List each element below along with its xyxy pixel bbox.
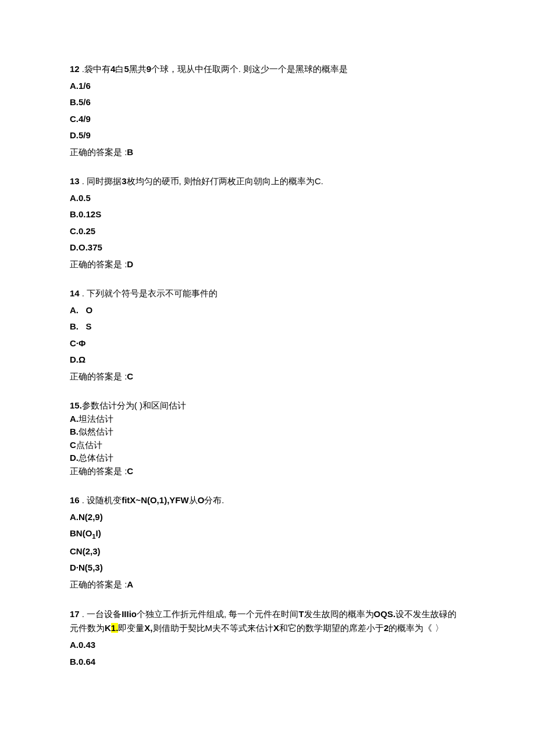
option-a: A. O	[70, 304, 465, 317]
question-text: 12 .袋中有4白5黑共9个球，现从中任取两个. 则这少一个是黑球的概率是	[70, 63, 465, 76]
question-15: 15.参数估计分为( )和区间估计 A.坦法估计 B.似然估计 C点估计 D.总…	[70, 399, 465, 478]
question-number: 17	[70, 609, 80, 619]
option-d: D∙N(5,3)	[70, 561, 465, 575]
answer-line: 正确的答案是 :D	[70, 258, 465, 271]
option-c: CN(2,3)	[70, 545, 465, 558]
question-text: 14 . 下列就个符号是衣示不可能事件的	[70, 287, 465, 300]
answer-value: B	[127, 147, 133, 157]
option-a: A.坦法估计	[70, 413, 465, 426]
answer-value: C	[127, 466, 133, 476]
question-text: 15.参数估计分为( )和区间估计	[70, 399, 465, 413]
option-a: A.1/6	[70, 80, 465, 93]
question-12: 12 .袋中有4白5黑共9个球，现从中任取两个. 则这少一个是黑球的概率是 A.…	[70, 63, 465, 159]
option-d: D.Ω	[70, 353, 465, 367]
highlight-text: 1.	[111, 623, 119, 633]
option-c: C.4/9	[70, 113, 465, 126]
question-text: 16 . 设随机变fitX~N(O,1),YFW从O分布.	[70, 494, 465, 507]
answer-line: 正确的答案是 :A	[70, 578, 465, 592]
question-17: 17 . 一台设备IIIio个独立工作折元件组成, 每一个元件在时间T发生故囘的…	[70, 607, 465, 668]
answer-value: C	[127, 371, 133, 381]
answer-line: 正确的答案是 :C	[70, 465, 465, 478]
question-text: 13 . 同时掷据3枚均匀的硬币, 则怡好仃两枚正向朝向上的概率为C.	[70, 175, 465, 188]
option-c: C点估计	[70, 439, 465, 452]
question-text: 17 . 一台设备IIIio个独立工作折元件组成, 每一个元件在时间T发生故囘的…	[70, 607, 465, 635]
answer-value: A	[127, 579, 133, 589]
question-14: 14 . 下列就个符号是衣示不可能事件的 A. O B. S C∙Φ D.Ω 正…	[70, 287, 465, 383]
option-b: B.0.64	[70, 655, 465, 669]
question-16: 16 . 设随机变fitX~N(O,1),YFW从O分布. A.N(2,9) B…	[70, 494, 465, 591]
option-b: B. S	[70, 320, 465, 334]
option-a: A.0.43	[70, 639, 465, 652]
option-a: A.0.5	[70, 192, 465, 205]
question-number: 12	[70, 64, 80, 74]
question-13: 13 . 同时掷据3枚均匀的硬币, 则怡好仃两枚正向朝向上的概率为C. A.0.…	[70, 175, 465, 271]
answer-line: 正确的答案是 :C	[70, 370, 465, 384]
option-b: B.5/6	[70, 96, 465, 109]
answer-line: 正确的答案是 :B	[70, 146, 465, 159]
option-b: BN(O1I)	[70, 527, 465, 542]
question-number: 14	[70, 288, 80, 298]
option-a: A.N(2,9)	[70, 511, 465, 524]
option-c: C.0.25	[70, 225, 465, 238]
question-number: 13	[70, 176, 80, 186]
option-b: B.似然估计	[70, 425, 465, 439]
question-number: 16	[70, 495, 80, 505]
option-d: D.O.375	[70, 241, 465, 255]
question-number: 15.	[70, 400, 82, 410]
option-c: C∙Φ	[70, 337, 465, 350]
option-b: B.0.12S	[70, 208, 465, 221]
option-d: D.5/9	[70, 129, 465, 142]
answer-value: D	[127, 259, 133, 269]
option-d: D.总体估计	[70, 452, 465, 465]
